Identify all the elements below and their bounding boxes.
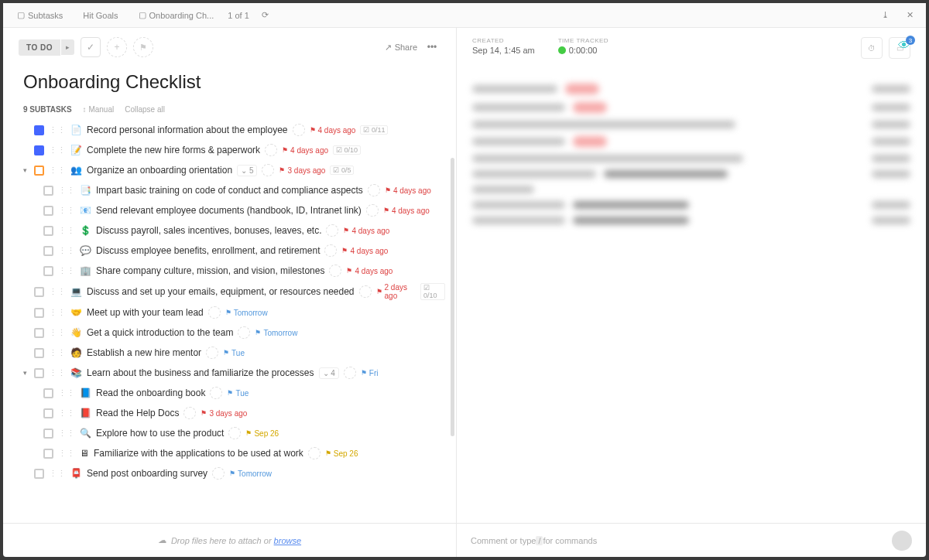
assignee-slot[interactable] (344, 367, 356, 379)
assignee-slot[interactable] (183, 407, 196, 419)
due-flag[interactable]: ⚑3 days ago (279, 166, 325, 175)
refresh-icon[interactable]: ⟳ (257, 7, 274, 24)
task-title[interactable]: Organize an onboarding orientation (87, 165, 232, 176)
drag-handle[interactable]: ⋮⋮ (49, 328, 66, 338)
task-row[interactable]: ⋮⋮🤝Meet up with your team lead⚑Tomorrow (23, 302, 445, 323)
task-row[interactable]: ⋮⋮🔍Explore how to use the product⚑Sep 26 (23, 423, 445, 443)
assignee-slot[interactable] (326, 224, 338, 237)
due-flag[interactable]: ⚑Fri (361, 369, 379, 377)
more-menu[interactable]: ••• (423, 39, 441, 56)
drag-handle[interactable]: ⋮⋮ (49, 287, 66, 297)
assignee-slot[interactable] (368, 184, 380, 196)
task-title[interactable]: Discuss and set up your emails, equipmen… (87, 286, 355, 297)
due-flag[interactable]: ⚑4 days ago (282, 146, 328, 155)
task-row[interactable]: ⋮⋮🏢Share company culture, mission, and v… (23, 261, 445, 281)
tracked-value[interactable]: 0:00:00 (558, 46, 608, 55)
drag-handle[interactable]: ⋮⋮ (49, 368, 66, 378)
send-icon[interactable] (892, 531, 912, 551)
scrollbar[interactable] (451, 158, 454, 436)
task-checkbox[interactable] (43, 186, 53, 196)
due-flag[interactable]: ⚑4 days ago (310, 126, 356, 135)
task-checkbox[interactable] (43, 226, 53, 236)
due-flag[interactable]: ⚑4 days ago (383, 207, 430, 215)
assignee-slot[interactable] (206, 347, 218, 359)
task-title[interactable]: Impart basic training on code of conduct… (96, 185, 363, 196)
task-title[interactable]: Send post onboarding survey (87, 468, 207, 479)
task-checkbox[interactable] (34, 308, 44, 318)
sort-manual[interactable]: ↕ Manual (83, 105, 115, 114)
drag-handle[interactable]: ⋮⋮ (58, 408, 75, 418)
task-checkbox[interactable] (34, 166, 44, 176)
due-flag[interactable]: ⚑Tue (223, 349, 245, 357)
assignee-slot[interactable] (293, 124, 305, 136)
share-button[interactable]: ↗ Share (385, 43, 417, 53)
assignee-slot[interactable] (262, 164, 274, 176)
due-flag[interactable]: ⚑Tue (227, 389, 249, 398)
task-checkbox[interactable] (34, 125, 44, 135)
due-flag[interactable]: ⚑3 days ago (201, 409, 247, 418)
assignee-slot[interactable] (212, 467, 225, 480)
task-title[interactable]: Read the Help Docs (96, 408, 179, 418)
task-row[interactable]: ⋮⋮📮Send post onboarding survey⚑Tomorrow (23, 463, 445, 483)
task-title[interactable]: Familiarize with the applications to be … (94, 448, 303, 459)
task-title[interactable]: Get a quick introduction to the team (87, 327, 233, 338)
task-checkbox[interactable] (34, 328, 44, 338)
task-checkbox[interactable] (43, 429, 53, 439)
tab-onboarding[interactable]: ▢ Onboarding Ch... (132, 8, 221, 22)
assignee-slot[interactable] (238, 326, 250, 339)
expand-caret[interactable]: ▾ (23, 369, 29, 377)
task-checkbox[interactable] (43, 246, 53, 256)
task-title[interactable]: Send relevant employee documents (handbo… (96, 205, 362, 216)
attachment-drop[interactable]: ☁ Drop files here to attach or browse (3, 524, 457, 557)
tab-subtasks[interactable]: ▢ Subtasks (11, 8, 69, 22)
drag-handle[interactable]: ⋮⋮ (49, 166, 66, 176)
drag-handle[interactable]: ⋮⋮ (49, 308, 66, 318)
due-flag[interactable]: ⚑4 days ago (343, 227, 389, 235)
drag-handle[interactable]: ⋮⋮ (58, 246, 75, 256)
task-title[interactable]: Discuss payroll, sales incentives, bonus… (96, 225, 321, 236)
expand-caret[interactable]: ▾ (23, 166, 29, 174)
due-flag[interactable]: ⚑4 days ago (341, 247, 388, 255)
assignee-slot[interactable] (359, 285, 372, 298)
assignee-slot[interactable] (366, 204, 379, 217)
task-title[interactable]: Establish a new hire mentor (87, 347, 201, 358)
due-flag[interactable]: ⚑Tomorrow (229, 470, 272, 478)
task-title[interactable]: Discuss employee benefits, enrollment, a… (96, 245, 320, 256)
task-row[interactable]: ▾⋮⋮📚Learn about the business and familia… (23, 363, 445, 383)
priority-flag[interactable]: ⚑ (133, 37, 153, 57)
play-icon[interactable] (558, 46, 566, 54)
assignee-slot[interactable] (265, 144, 277, 156)
task-checkbox[interactable] (43, 408, 53, 418)
task-checkbox[interactable] (43, 206, 53, 216)
assignee-add[interactable]: + (107, 37, 127, 57)
task-checkbox[interactable] (34, 145, 44, 155)
task-checkbox[interactable] (34, 348, 44, 358)
task-row[interactable]: ⋮⋮🧑Establish a new hire mentor⚑Tue (23, 343, 445, 363)
assignee-slot[interactable] (208, 306, 221, 319)
task-row[interactable]: ⋮⋮📑Impart basic training on code of cond… (23, 180, 445, 200)
task-checkbox[interactable] (43, 388, 53, 398)
task-row[interactable]: ▾⋮⋮👥Organize an onboarding orientation⌄ … (23, 160, 445, 180)
due-flag[interactable]: ⚑4 days ago (346, 267, 393, 275)
task-row[interactable]: ⋮⋮📧Send relevant employee documents (han… (23, 200, 445, 220)
subtask-badge[interactable]: ⌄ 5 (237, 165, 257, 176)
task-row[interactable]: ⋮⋮📝Complete the new hire forms & paperwo… (23, 140, 445, 160)
task-checkbox[interactable] (34, 368, 44, 378)
assignee-slot[interactable] (228, 427, 241, 439)
task-title[interactable]: Share company culture, mission, and visi… (96, 265, 324, 276)
due-flag[interactable]: ⚑Sep 26 (245, 429, 279, 438)
collapse-all[interactable]: Collapse all (125, 105, 165, 114)
drag-handle[interactable]: ⋮⋮ (49, 145, 66, 155)
drag-handle[interactable]: ⋮⋮ (58, 388, 75, 398)
drag-handle[interactable]: ⋮⋮ (49, 469, 66, 479)
task-row[interactable]: ⋮⋮🖥Familiarize with the applications to … (23, 443, 445, 463)
task-row[interactable]: ⋮⋮📕Read the Help Docs⚑3 days ago (23, 403, 445, 423)
drag-handle[interactable]: ⋮⋮ (58, 266, 75, 276)
drag-handle[interactable]: ⋮⋮ (58, 429, 75, 439)
due-flag[interactable]: ⚑2 days ago (376, 283, 416, 300)
task-title[interactable]: Read the onboarding book (96, 388, 205, 398)
task-row[interactable]: ⋮⋮📘Read the onboarding book⚑Tue (23, 383, 445, 403)
complete-button[interactable]: ✓ (81, 37, 101, 57)
task-title[interactable]: Meet up with your team lead (87, 307, 204, 318)
task-title[interactable]: Record personal information about the em… (87, 125, 288, 135)
